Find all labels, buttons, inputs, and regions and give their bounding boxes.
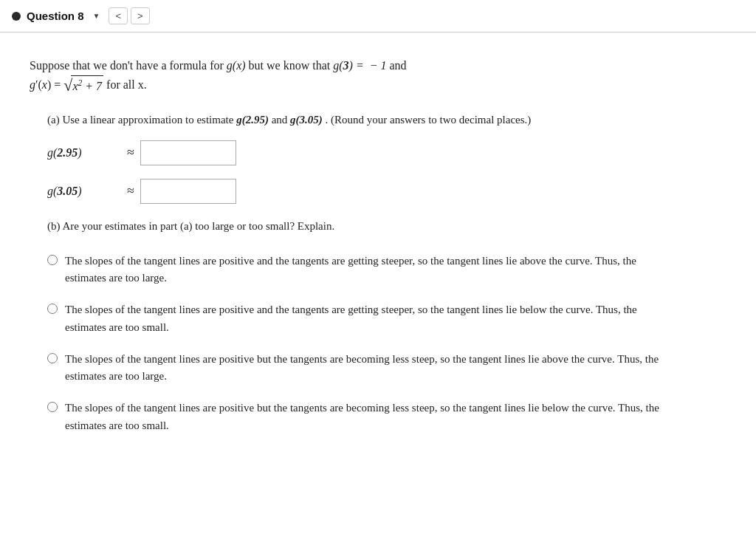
- g-x-math: g(x): [227, 59, 246, 72]
- radio-label-1[interactable]: The slopes of the tangent lines are posi…: [65, 253, 670, 287]
- approx-symbol-295: ≈: [127, 145, 134, 160]
- prev-button[interactable]: <: [109, 7, 128, 24]
- radio-option-2: The slopes of the tangent lines are posi…: [47, 301, 726, 336]
- g295-answer-input[interactable]: [140, 140, 236, 165]
- for-all-x-text: for all x.: [106, 78, 147, 91]
- intro-text: Suppose that we don't have a formula for: [30, 59, 224, 72]
- g-prime-def-math: g′(x) = √ x2 + 7: [30, 78, 106, 91]
- radio-input-2[interactable]: [47, 304, 58, 314]
- header: Question 8 ▼ < >: [0, 0, 756, 32]
- and-connector: and: [272, 114, 290, 126]
- part-a-label: (a) Use a linear approximation to estima…: [47, 114, 236, 126]
- but-we-know-text: but we know that: [249, 59, 331, 72]
- g305-input-row: g(3.05) ≈: [47, 179, 726, 204]
- radio-option-1: The slopes of the tangent lines are posi…: [47, 253, 726, 287]
- radio-option-4: The slopes of the tangent lines are posi…: [47, 400, 726, 434]
- radio-input-4[interactable]: [47, 402, 58, 412]
- next-button[interactable]: >: [131, 7, 150, 24]
- approx-symbol-305: ≈: [127, 183, 134, 199]
- part-a-suffix: . (Round your answers to two decimal pla…: [326, 114, 532, 126]
- radio-input-3[interactable]: [47, 353, 58, 363]
- radio-label-4[interactable]: The slopes of the tangent lines are posi…: [65, 400, 670, 434]
- problem-statement: Suppose that we don't have a formula for…: [30, 56, 726, 96]
- radio-label-3[interactable]: The slopes of the tangent lines are posi…: [65, 351, 670, 386]
- part-b-text: (b) Are your estimates in part (a) too l…: [47, 220, 334, 232]
- status-dot: [12, 12, 21, 21]
- dropdown-button[interactable]: ▼: [90, 10, 103, 21]
- g305-answer-input[interactable]: [140, 179, 236, 204]
- part-b-description: (b) Are your estimates in part (a) too l…: [47, 217, 726, 235]
- part-a-description: (a) Use a linear approximation to estima…: [47, 111, 726, 129]
- g295-mention: g(2.95): [236, 114, 269, 126]
- main-content: Suppose that we don't have a formula for…: [0, 32, 756, 473]
- radio-label-2[interactable]: The slopes of the tangent lines are posi…: [65, 301, 670, 336]
- g3-eq-math: g(3) = − 1: [333, 59, 386, 72]
- g305-mention: g(3.05): [290, 114, 323, 126]
- radio-option-3: The slopes of the tangent lines are posi…: [47, 351, 726, 386]
- nav-group: < >: [109, 7, 149, 24]
- question-title: Question 8: [27, 10, 84, 22]
- g295-input-row: g(2.95) ≈: [47, 140, 726, 165]
- and-text: and: [389, 59, 406, 72]
- radio-input-1[interactable]: [47, 255, 58, 265]
- g295-label: g(2.95): [47, 146, 121, 160]
- g305-label: g(3.05): [47, 185, 121, 198]
